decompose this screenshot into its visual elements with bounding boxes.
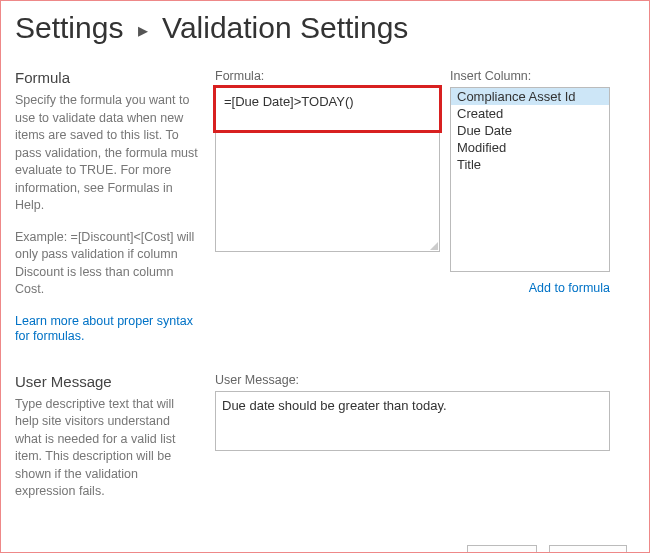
button-bar: Save Cancel — [15, 545, 635, 554]
column-item-compliance[interactable]: Compliance Asset Id — [451, 88, 609, 105]
save-button[interactable]: Save — [467, 545, 537, 554]
column-item-duedate[interactable]: Due Date — [451, 122, 609, 139]
insert-column-label: Insert Column: — [450, 69, 610, 83]
formula-input[interactable] — [216, 88, 439, 251]
formula-section-title: Formula — [15, 69, 199, 86]
column-item-title[interactable]: Title — [451, 156, 609, 173]
column-item-modified[interactable]: Modified — [451, 139, 609, 156]
user-message-title: User Message — [15, 373, 199, 390]
formula-section: Formula Specify the formula you want to … — [15, 69, 635, 343]
page-title: Validation Settings — [162, 11, 408, 44]
breadcrumb: Settings ▸ Validation Settings — [15, 11, 635, 45]
chevron-right-icon: ▸ — [138, 19, 148, 41]
formula-example: Example: =[Discount]<[Cost] will only pa… — [15, 229, 199, 299]
add-to-formula-link[interactable]: Add to formula — [529, 281, 610, 295]
user-message-description: Type descriptive text that will help sit… — [15, 396, 199, 501]
cancel-button[interactable]: Cancel — [549, 545, 627, 554]
user-message-input[interactable] — [215, 391, 610, 451]
column-list[interactable]: Compliance Asset Id Created Due Date Mod… — [450, 87, 610, 272]
user-message-field-label: User Message: — [215, 373, 635, 387]
user-message-section: User Message Type descriptive text that … — [15, 373, 635, 515]
column-item-created[interactable]: Created — [451, 105, 609, 122]
learn-more-link[interactable]: Learn more about proper syntax for formu… — [15, 314, 193, 343]
formula-description: Specify the formula you want to use to v… — [15, 92, 199, 215]
breadcrumb-parent-link[interactable]: Settings — [15, 11, 123, 44]
formula-field-label: Formula: — [215, 69, 440, 83]
formula-input-wrap — [215, 87, 440, 252]
